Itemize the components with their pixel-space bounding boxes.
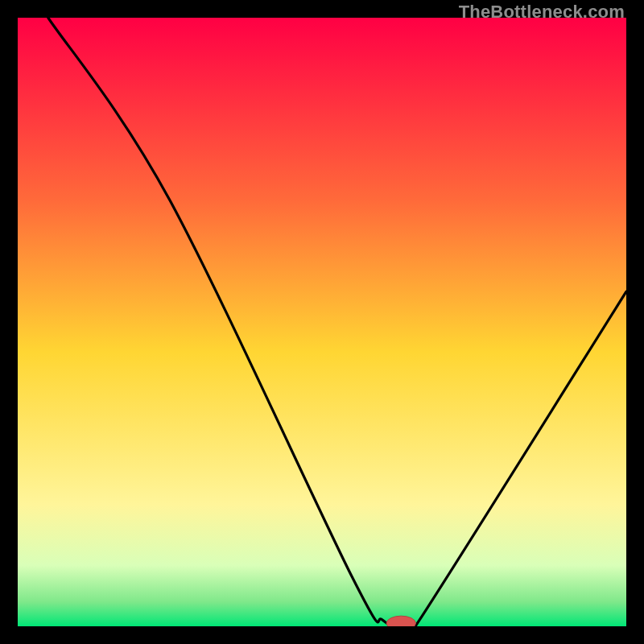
gradient-background xyxy=(18,18,626,626)
plot-area xyxy=(18,18,626,626)
watermark-text: TheBottleneck.com xyxy=(459,2,625,23)
chart-svg xyxy=(18,18,626,626)
chart-frame: TheBottleneck.com xyxy=(0,0,644,644)
